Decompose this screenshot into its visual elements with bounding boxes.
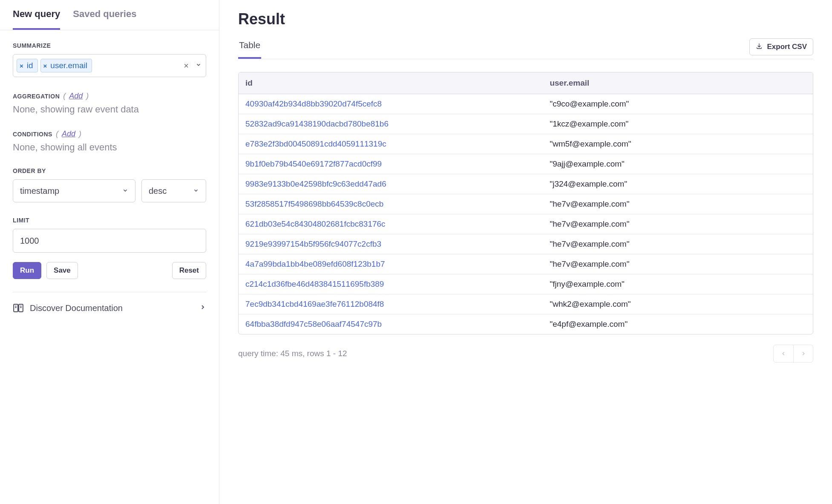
- chevron-right-icon: [199, 304, 206, 313]
- cell-id[interactable]: c214c1d36fbe46d483841511695fb389: [239, 274, 543, 294]
- chevron-down-icon[interactable]: [195, 60, 202, 71]
- cell-id[interactable]: 64fbba38dfd947c58e06aaf74547c97b: [239, 314, 543, 334]
- close-icon[interactable]: ×: [20, 62, 23, 69]
- cell-id[interactable]: 40930af42b934d8bb39020d74f5cefc8: [239, 94, 543, 114]
- limit-label: LIMIT: [13, 217, 206, 224]
- export-csv-label: Export CSV: [767, 43, 807, 51]
- book-icon: [13, 302, 24, 314]
- table-row: c214c1d36fbe46d483841511695fb389"fjny@ex…: [239, 274, 813, 294]
- cell-email: "whk2@example.com": [543, 294, 813, 314]
- cell-email: "c9co@example.com": [543, 94, 813, 114]
- tag-label: id: [27, 61, 33, 70]
- cell-email: "1kcz@example.com": [543, 114, 813, 134]
- clear-all-icon[interactable]: ×: [180, 59, 192, 72]
- discover-documentation-link[interactable]: Discover Documentation: [13, 302, 206, 314]
- column-header-id[interactable]: id: [239, 72, 543, 94]
- table-row: 621db03e54c84304802681fcbc83176c"he7v@ex…: [239, 214, 813, 234]
- table-row: 9219e93997154b5f956fc94077c2cfb3"he7v@ex…: [239, 234, 813, 254]
- svg-rect-1: [19, 304, 23, 311]
- pager: [773, 345, 813, 363]
- export-csv-button[interactable]: Export CSV: [749, 38, 813, 55]
- cell-id[interactable]: 621db03e54c84304802681fcbc83176c: [239, 214, 543, 234]
- save-button[interactable]: Save: [46, 262, 78, 279]
- cell-id[interactable]: 52832ad9ca91438190dacbd780be81b6: [239, 114, 543, 134]
- reset-button[interactable]: Reset: [172, 262, 206, 279]
- cell-email: "j324@example.com": [543, 174, 813, 194]
- aggregation-add-link[interactable]: Add: [69, 92, 83, 101]
- chevron-down-icon: [122, 187, 128, 195]
- table-row: 64fbba38dfd947c58e06aaf74547c97b"e4pf@ex…: [239, 314, 813, 334]
- table-row: e783e2f3bd00450891cdd4059111319c"wm5f@ex…: [239, 134, 813, 154]
- summarize-tag[interactable]: × user.email: [40, 59, 92, 72]
- summarize-input[interactable]: × id × user.email ×: [13, 54, 206, 77]
- cell-email: "e4pf@example.com": [543, 314, 813, 334]
- svg-rect-0: [14, 304, 18, 311]
- doc-link-label: Discover Documentation: [30, 303, 123, 313]
- column-header-email[interactable]: user.email: [543, 72, 813, 94]
- download-icon: [756, 43, 763, 52]
- orderby-direction-value: desc: [149, 186, 167, 196]
- cell-id[interactable]: 4a7a99bda1bb4be089efd608f123b1b7: [239, 254, 543, 274]
- table-row: 4a7a99bda1bb4be089efd608f123b1b7"he7v@ex…: [239, 254, 813, 274]
- paren-close: ): [86, 92, 89, 101]
- cell-id[interactable]: 9983e9133b0e42598bfc9c63edd47ad6: [239, 174, 543, 194]
- run-button[interactable]: Run: [13, 262, 41, 279]
- pager-next-button[interactable]: [793, 345, 813, 362]
- conditions-empty: None, showing all events: [13, 142, 206, 153]
- cell-email: "he7v@example.com": [543, 254, 813, 274]
- cell-email: "he7v@example.com": [543, 194, 813, 214]
- orderby-field-value: timestamp: [20, 186, 59, 196]
- cell-email: "he7v@example.com": [543, 214, 813, 234]
- tab-new-query[interactable]: New query: [13, 9, 60, 30]
- table-row: 40930af42b934d8bb39020d74f5cefc8"c9co@ex…: [239, 94, 813, 114]
- cell-email: "9ajj@example.com": [543, 154, 813, 174]
- limit-input[interactable]: [13, 229, 206, 253]
- orderby-field-select[interactable]: timestamp: [13, 179, 135, 202]
- cell-email: "wm5f@example.com": [543, 134, 813, 154]
- result-tab-table[interactable]: Table: [238, 38, 261, 59]
- cell-id[interactable]: 53f2858517f5498698bb64539c8c0ecb: [239, 194, 543, 214]
- summarize-label: SUMMARIZE: [13, 42, 206, 49]
- table-row: 52832ad9ca91438190dacbd780be81b6"1kcz@ex…: [239, 114, 813, 134]
- query-meta: query time: 45 ms, rows 1 - 12: [238, 349, 347, 358]
- paren-close: ): [79, 130, 81, 138]
- cell-id[interactable]: 7ec9db341cbd4169ae3fe76112b084f8: [239, 294, 543, 314]
- paren-open: (: [63, 92, 66, 101]
- result-title: Result: [238, 10, 813, 28]
- results-table: id user.email 40930af42b934d8bb39020d74f…: [238, 72, 813, 334]
- table-row: 9b1f0eb79b4540e69172f877acd0cf99"9ajj@ex…: [239, 154, 813, 174]
- query-tabs: New query Saved queries: [0, 4, 219, 30]
- paren-open: (: [56, 130, 58, 138]
- aggregation-empty: None, showing raw event data: [13, 104, 206, 115]
- table-row: 7ec9db341cbd4169ae3fe76112b084f8"whk2@ex…: [239, 294, 813, 314]
- cell-id[interactable]: 9219e93997154b5f956fc94077c2cfb3: [239, 234, 543, 254]
- cell-id[interactable]: 9b1f0eb79b4540e69172f877acd0cf99: [239, 154, 543, 174]
- table-row: 53f2858517f5498698bb64539c8c0ecb"he7v@ex…: [239, 194, 813, 214]
- pager-prev-button[interactable]: [774, 345, 793, 362]
- aggregation-label: AGGREGATION: [13, 93, 60, 100]
- tab-saved-queries[interactable]: Saved queries: [73, 9, 136, 30]
- conditions-add-link[interactable]: Add: [62, 130, 75, 138]
- close-icon[interactable]: ×: [43, 62, 47, 69]
- table-row: 9983e9133b0e42598bfc9c63edd47ad6"j324@ex…: [239, 174, 813, 194]
- conditions-label: CONDITIONS: [13, 131, 52, 138]
- cell-email: "he7v@example.com": [543, 234, 813, 254]
- orderby-label: ORDER BY: [13, 167, 206, 174]
- orderby-direction-select[interactable]: desc: [141, 179, 206, 202]
- cell-id[interactable]: e783e2f3bd00450891cdd4059111319c: [239, 134, 543, 154]
- cell-email: "fjny@example.com": [543, 274, 813, 294]
- chevron-down-icon: [193, 187, 199, 195]
- summarize-tag[interactable]: × id: [17, 59, 38, 72]
- tag-label: user.email: [50, 61, 87, 70]
